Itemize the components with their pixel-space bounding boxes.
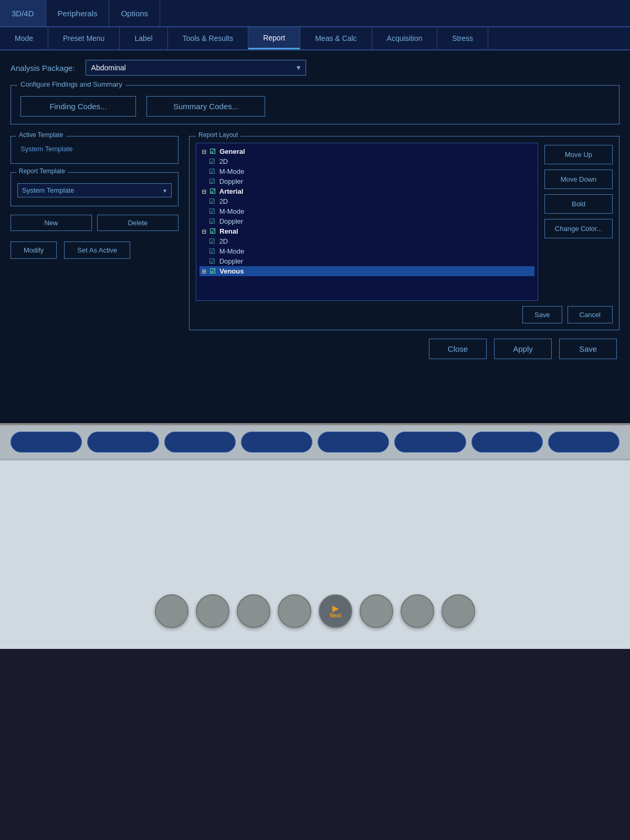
check-renal-2d-icon: ☑ bbox=[209, 237, 215, 245]
finding-codes-button[interactable]: Finding Codes... bbox=[20, 96, 136, 117]
report-layout-tree[interactable]: ⊟ ☑ General ☑ 2D ☑ M-Mode bbox=[196, 143, 538, 301]
report-template-title: Report Template bbox=[16, 167, 68, 175]
analysis-package-label: Analysis Package: bbox=[10, 64, 75, 72]
key-2[interactable] bbox=[196, 594, 229, 628]
check-general-2d-icon: ☑ bbox=[209, 158, 215, 165]
check-venous-icon: ☑ bbox=[209, 267, 216, 275]
analysis-package-select[interactable]: Abdominal bbox=[86, 60, 306, 76]
modify-button[interactable]: Modify bbox=[10, 242, 57, 259]
move-up-button[interactable]: Move Up bbox=[544, 145, 613, 164]
set-as-active-button[interactable]: Set As Active bbox=[64, 242, 130, 259]
tree-item-arterial-2d[interactable]: ☑ 2D bbox=[200, 196, 534, 206]
softkey-4[interactable] bbox=[241, 432, 312, 453]
tab-options[interactable]: Options bbox=[109, 0, 160, 26]
softkey-1[interactable] bbox=[10, 432, 82, 453]
close-button[interactable]: Close bbox=[429, 339, 487, 359]
key-8[interactable] bbox=[442, 594, 475, 628]
delete-button[interactable]: Delete bbox=[97, 215, 178, 231]
report-template-box: Report Template System Template ▼ bbox=[10, 172, 178, 206]
apply-button[interactable]: Apply bbox=[494, 339, 552, 359]
expand-venous-icon: ⊞ bbox=[202, 268, 206, 275]
tab-preset-menu[interactable]: Preset Menu bbox=[48, 27, 120, 49]
check-renal-mmode-icon: ☑ bbox=[209, 247, 215, 255]
check-arterial-icon: ☑ bbox=[209, 187, 216, 195]
analysis-package-wrapper: Abdominal ▼ bbox=[86, 60, 306, 76]
two-column-layout: Active Template System Template Report T… bbox=[10, 136, 620, 330]
report-layout-title: Report Layout bbox=[196, 131, 240, 139]
tree-label-general-doppler: Doppler bbox=[219, 177, 244, 185]
tree-item-arterial-doppler[interactable]: ☑ Doppler bbox=[200, 216, 534, 226]
tab-3d4d[interactable]: 3D/4D bbox=[0, 0, 46, 26]
expand-arterial-icon: ⊟ bbox=[202, 188, 206, 195]
tree-label-renal-2d: 2D bbox=[219, 237, 228, 245]
check-renal-icon: ☑ bbox=[209, 227, 216, 235]
key-1[interactable] bbox=[155, 594, 188, 628]
key-7[interactable] bbox=[401, 594, 434, 628]
tree-item-renal[interactable]: ⊟ ☑ Renal bbox=[200, 226, 534, 236]
key-3[interactable] bbox=[237, 594, 270, 628]
new-button[interactable]: New bbox=[10, 215, 92, 231]
hardware-panel: ▶ Next bbox=[0, 423, 630, 649]
check-general-icon: ☑ bbox=[209, 148, 216, 155]
tree-label-arterial-2d: 2D bbox=[219, 197, 228, 205]
tree-item-venous[interactable]: ⊞ ☑ Venous bbox=[200, 266, 534, 276]
check-general-doppler-icon: ☑ bbox=[209, 177, 215, 185]
tree-item-renal-mmode[interactable]: ☑ M-Mode bbox=[200, 246, 534, 256]
expand-renal-icon: ⊟ bbox=[202, 228, 206, 235]
tree-item-renal-doppler[interactable]: ☑ Doppler bbox=[200, 256, 534, 266]
tree-label-renal-doppler: Doppler bbox=[219, 257, 244, 265]
check-arterial-doppler-icon: ☑ bbox=[209, 217, 215, 225]
tab-mode[interactable]: Mode bbox=[0, 27, 48, 49]
tree-item-general-doppler[interactable]: ☑ Doppler bbox=[200, 176, 534, 186]
key-row-top: ▶ Next bbox=[155, 594, 475, 628]
tab-peripherals[interactable]: Peripherals bbox=[46, 0, 110, 26]
next-button[interactable]: ▶ Next bbox=[319, 594, 352, 628]
tree-item-renal-2d[interactable]: ☑ 2D bbox=[200, 236, 534, 246]
tree-label-general-mmode: M-Mode bbox=[219, 167, 245, 175]
tree-item-general-2d[interactable]: ☑ 2D bbox=[200, 156, 534, 166]
tree-label-venous: Venous bbox=[219, 267, 244, 275]
tree-item-arterial[interactable]: ⊟ ☑ Arterial bbox=[200, 186, 534, 196]
active-template-item[interactable]: System Template bbox=[17, 143, 172, 155]
tab-label[interactable]: Label bbox=[120, 27, 167, 49]
tab-report[interactable]: Report bbox=[248, 27, 300, 49]
softkey-7[interactable] bbox=[471, 432, 543, 453]
softkey-6[interactable] bbox=[394, 432, 466, 453]
tree-label-renal: Renal bbox=[219, 227, 238, 235]
key-6[interactable] bbox=[360, 594, 393, 628]
tree-item-arterial-mmode[interactable]: ☑ M-Mode bbox=[200, 206, 534, 216]
save-button[interactable]: Save bbox=[559, 339, 617, 359]
layout-bottom-buttons: Save Cancel bbox=[196, 306, 613, 323]
softkey-3[interactable] bbox=[164, 432, 236, 453]
layout-cancel-button[interactable]: Cancel bbox=[568, 306, 613, 323]
tab-acquisition[interactable]: Acquisition bbox=[372, 27, 438, 49]
softkey-5[interactable] bbox=[318, 432, 389, 453]
softkey-8[interactable] bbox=[548, 432, 620, 453]
report-layout-inner: ⊟ ☑ General ☑ 2D ☑ M-Mode bbox=[196, 143, 613, 301]
tree-label-renal-mmode: M-Mode bbox=[219, 247, 245, 255]
report-layout-box: Report Layout ⊟ ☑ General ☑ 2D bbox=[189, 136, 620, 330]
report-template-select[interactable]: System Template bbox=[17, 183, 172, 197]
report-template-dropdown-wrapper: System Template ▼ bbox=[17, 179, 172, 197]
tree-label-arterial-mmode: M-Mode bbox=[219, 207, 245, 215]
tab-tools-results[interactable]: Tools & Results bbox=[168, 27, 248, 49]
keyboard-area: ▶ Next bbox=[0, 459, 630, 649]
tree-item-general[interactable]: ⊟ ☑ General bbox=[200, 146, 534, 156]
summary-codes-button[interactable]: Summary Codes... bbox=[146, 96, 265, 117]
check-arterial-mmode-icon: ☑ bbox=[209, 207, 215, 215]
layout-save-button[interactable]: Save bbox=[522, 306, 562, 323]
tree-item-general-mmode[interactable]: ☑ M-Mode bbox=[200, 166, 534, 176]
bold-button[interactable]: Bold bbox=[544, 194, 613, 214]
softkey-2[interactable] bbox=[87, 432, 159, 453]
check-general-mmode-icon: ☑ bbox=[209, 167, 215, 175]
tab-meas-calc[interactable]: Meas & Calc bbox=[300, 27, 372, 49]
key-4[interactable] bbox=[278, 594, 311, 628]
change-color-button[interactable]: Change Color... bbox=[544, 219, 613, 238]
expand-general-icon: ⊟ bbox=[202, 149, 206, 155]
softkey-row bbox=[0, 425, 630, 459]
configure-title: Configure Findings and Summary bbox=[17, 80, 125, 88]
tree-label-arterial-doppler: Doppler bbox=[219, 217, 244, 225]
move-down-button[interactable]: Move Down bbox=[544, 170, 613, 189]
tab-stress[interactable]: Stress bbox=[437, 27, 488, 49]
second-nav-bar: Mode Preset Menu Label Tools & Results R… bbox=[0, 27, 630, 50]
